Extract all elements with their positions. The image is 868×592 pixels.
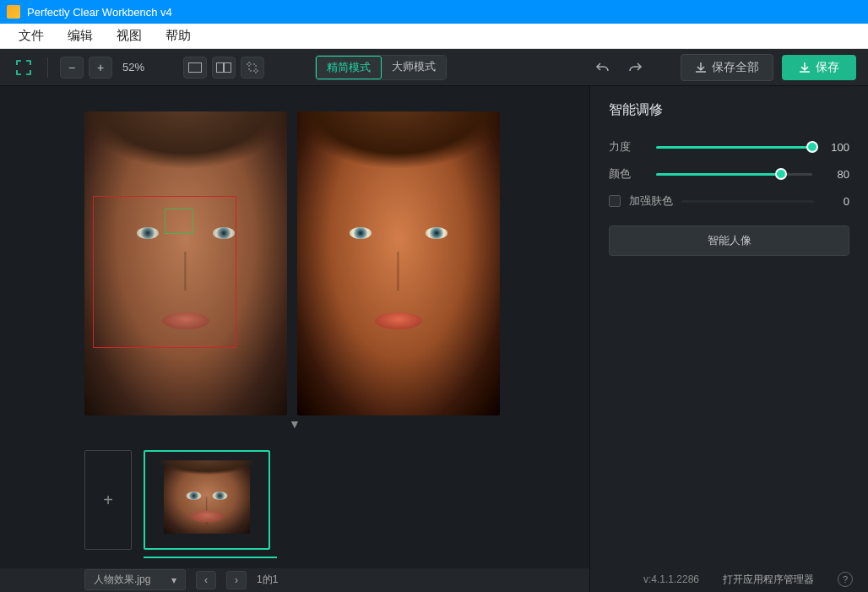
prev-image-button[interactable]: ‹ xyxy=(196,571,216,589)
undo-button[interactable] xyxy=(591,57,615,79)
strength-label: 力度 xyxy=(609,139,646,155)
fit-screen-icon xyxy=(16,60,31,75)
menubar: 文件 编辑 视图 帮助 xyxy=(0,24,868,49)
plus-icon: + xyxy=(103,491,113,510)
next-image-button[interactable]: › xyxy=(226,571,247,589)
strength-slider[interactable] xyxy=(656,146,812,149)
enhance-skin-value: 0 xyxy=(822,195,849,208)
download-icon xyxy=(695,62,707,73)
bottom-bar: 人物效果.jpg ▾ ‹ › 1的1 xyxy=(0,568,589,592)
color-label: 颜色 xyxy=(609,166,646,182)
main-canvas-area: ▼ + 人物效果.jpg ▾ ‹ › 1的1 xyxy=(0,86,589,592)
window-title: Perfectly Clear Workbench v4 xyxy=(27,6,172,19)
color-slider[interactable] xyxy=(656,173,812,176)
menu-file[interactable]: 文件 xyxy=(7,24,56,47)
toolbar: − + 52% 精简模式 大师模式 保存全部 保存 xyxy=(0,49,868,86)
app-icon xyxy=(7,5,20,19)
filmstrip: + xyxy=(0,432,589,568)
side-panel: 智能调修 力度 100 颜色 80 加强肤色 0 智能人像 xyxy=(589,86,868,592)
split-pane-icon xyxy=(216,62,231,73)
fit-screen-button[interactable] xyxy=(12,57,35,79)
mode-master-button[interactable]: 大师模式 xyxy=(382,56,446,79)
save-all-button[interactable]: 保存全部 xyxy=(681,54,773,81)
zoom-group: − + 52% xyxy=(60,57,149,79)
save-button[interactable]: 保存 xyxy=(782,55,856,80)
enhance-skin-row: 加强肤色 0 xyxy=(609,193,849,209)
svg-rect-2 xyxy=(225,62,231,72)
thumbnail-item[interactable] xyxy=(144,450,270,550)
enhance-skin-slider[interactable] xyxy=(681,200,814,203)
save-label: 保存 xyxy=(816,60,839,75)
single-pane-icon xyxy=(188,62,202,73)
file-selector[interactable]: 人物效果.jpg ▾ xyxy=(84,569,186,590)
filmstrip-scrollbar[interactable] xyxy=(144,557,277,558)
version-label: v:4.1.1.2286 xyxy=(643,573,699,585)
strength-value: 100 xyxy=(822,141,849,154)
enhance-skin-label: 加强肤色 xyxy=(629,193,673,209)
open-app-manager-link[interactable]: 打开应用程序管理器 xyxy=(723,573,814,587)
triangle-down-icon: ▼ xyxy=(289,417,301,431)
filename-label: 人物效果.jpg xyxy=(94,573,150,587)
preview-row xyxy=(0,86,589,415)
help-icon: ? xyxy=(843,574,848,584)
menu-help[interactable]: 帮助 xyxy=(154,24,203,47)
undo-icon xyxy=(595,60,610,75)
save-all-label: 保存全部 xyxy=(712,60,759,75)
mode-switch: 精简模式 大师模式 xyxy=(315,55,447,80)
plus-icon: + xyxy=(97,61,104,74)
view-layout-group xyxy=(183,57,264,79)
mode-simple-button[interactable]: 精简模式 xyxy=(316,56,382,79)
preview-before[interactable] xyxy=(84,111,287,415)
panel-title: 智能调修 xyxy=(609,101,849,119)
svg-rect-0 xyxy=(189,62,202,72)
color-value: 80 xyxy=(822,168,849,181)
crop-icon xyxy=(246,61,259,74)
titlebar: Perfectly Clear Workbench v4 xyxy=(0,0,868,24)
zoom-out-button[interactable]: − xyxy=(60,57,84,79)
page-indicator: 1的1 xyxy=(257,573,278,587)
minus-icon: − xyxy=(68,61,75,74)
menu-edit[interactable]: 编辑 xyxy=(56,24,105,47)
enhance-skin-checkbox[interactable] xyxy=(609,195,621,207)
view-single-button[interactable] xyxy=(183,57,207,79)
view-split-button[interactable] xyxy=(212,57,236,79)
eye-detect-rect xyxy=(165,209,193,234)
menu-view[interactable]: 视图 xyxy=(105,24,154,47)
chevron-left-icon: ‹ xyxy=(204,574,208,586)
add-image-button[interactable]: + xyxy=(84,450,132,550)
help-button[interactable]: ? xyxy=(838,572,853,587)
chevron-down-icon: ▾ xyxy=(171,574,176,586)
download-icon xyxy=(799,62,811,73)
color-slider-row: 颜色 80 xyxy=(609,166,849,182)
svg-rect-1 xyxy=(217,62,224,72)
zoom-in-button[interactable]: + xyxy=(89,57,112,79)
view-crop-button[interactable] xyxy=(241,57,264,79)
redo-button[interactable] xyxy=(623,57,647,79)
preview-after[interactable] xyxy=(297,111,500,415)
zoom-level: 52% xyxy=(117,61,149,73)
smart-portrait-button[interactable]: 智能人像 xyxy=(609,225,849,256)
redo-icon xyxy=(627,60,643,75)
strength-slider-row: 力度 100 xyxy=(609,139,849,155)
chevron-right-icon: › xyxy=(235,574,238,586)
filmstrip-collapse-toggle[interactable]: ▼ xyxy=(0,415,589,432)
